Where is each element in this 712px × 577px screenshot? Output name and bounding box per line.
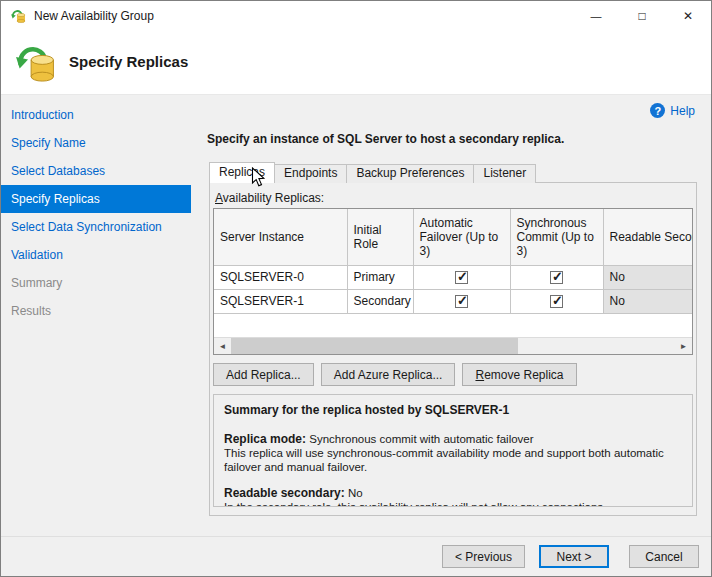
tab-listener[interactable]: Listener — [473, 164, 536, 183]
scroll-left-arrow-icon[interactable]: ◄ — [214, 338, 231, 354]
previous-button[interactable]: < Previous — [442, 545, 525, 568]
scroll-right-arrow-icon[interactable]: ► — [675, 338, 692, 354]
col-server-instance: Server Instance — [214, 209, 347, 265]
remove-replica-button[interactable]: Remove Replica — [462, 363, 576, 386]
horizontal-scrollbar[interactable]: ◄ ► — [214, 337, 692, 354]
col-readable-secondary: Readable Secondary — [603, 209, 693, 265]
automatic-failover-checkbox[interactable] — [455, 295, 468, 308]
app-database-icon — [10, 8, 26, 24]
cell-server-instance[interactable]: SQLSERVER-1 — [214, 289, 347, 313]
replica-mode-value: Synchronous commit with automatic failov… — [309, 433, 533, 445]
sidebar-item-summary: Summary — [1, 269, 191, 297]
replica-row-sqlserver-0: SQLSERVER-0 Primary No — [214, 265, 693, 289]
cell-synchronous-commit — [510, 265, 603, 289]
readable-secondary-label: Readable secondary: — [224, 486, 345, 500]
help-link[interactable]: ? Help — [650, 103, 695, 118]
tab-backup-preferences[interactable]: Backup Preferences — [346, 164, 474, 183]
wizard-steps-sidebar: Introduction Specify Name Select Databas… — [1, 95, 191, 536]
replicas-grid: Server Instance Initial Role Automatic F… — [213, 208, 693, 355]
minimize-icon: — — [591, 10, 602, 22]
availability-group-icon — [13, 40, 59, 84]
window-title: New Availability Group — [34, 9, 154, 23]
replica-summary-panel: Summary for the replica hosted by SQLSER… — [213, 394, 693, 507]
new-availability-group-window: New Availability Group — □ ✕ Specify Rep… — [0, 0, 712, 577]
maximize-icon: □ — [638, 9, 645, 23]
main-panel: ? Help Specify an instance of SQL Server… — [191, 95, 711, 536]
scrollbar-thumb[interactable] — [231, 338, 518, 354]
add-replica-button[interactable]: Add Replica... — [213, 363, 314, 386]
sidebar-item-results: Results — [1, 297, 191, 325]
sidebar-item-validation[interactable]: Validation — [1, 241, 191, 269]
cell-server-instance[interactable]: SQLSERVER-0 — [214, 265, 347, 289]
synchronous-commit-checkbox[interactable] — [550, 295, 563, 308]
page-title: Specify Replicas — [69, 53, 188, 70]
replica-row-sqlserver-1: SQLSERVER-1 Secondary No — [214, 289, 693, 313]
sidebar-item-select-data-sync[interactable]: Select Data Synchronization — [1, 213, 191, 241]
synchronous-commit-checkbox[interactable] — [550, 271, 563, 284]
help-label: Help — [670, 104, 695, 118]
tab-endpoints[interactable]: Endpoints — [274, 164, 347, 183]
grid-header-row: Server Instance Initial Role Automatic F… — [214, 209, 693, 265]
cell-readable-secondary[interactable]: No — [603, 265, 693, 289]
col-automatic-failover: Automatic Failover (Up to 3) — [413, 209, 510, 265]
instruction-text: Specify an instance of SQL Server to hos… — [207, 132, 564, 146]
replica-mode-description: This replica will use synchronous-commit… — [224, 446, 682, 474]
cell-automatic-failover — [413, 289, 510, 313]
next-button[interactable]: Next > — [539, 545, 609, 568]
cell-automatic-failover — [413, 265, 510, 289]
replica-tabs: Replicas Endpoints Backup Preferences Li… — [209, 162, 535, 183]
replicas-tab-page: Availability Replicas: Server Instance I… — [209, 182, 697, 516]
cell-synchronous-commit — [510, 289, 603, 313]
cell-initial-role[interactable]: Primary — [347, 265, 413, 289]
close-button[interactable]: ✕ — [665, 1, 711, 31]
wizard-header: Specify Replicas — [1, 31, 711, 95]
sidebar-item-specify-replicas[interactable]: Specify Replicas — [1, 185, 191, 213]
replica-actions: Add Replica... Add Azure Replica... Remo… — [213, 363, 577, 386]
col-initial-role: Initial Role — [347, 209, 413, 265]
readable-secondary-description: In the secondary role, this availability… — [224, 500, 682, 507]
replica-mode-label: Replica mode: — [224, 432, 306, 446]
readable-secondary-value: No — [348, 487, 363, 499]
close-icon: ✕ — [683, 9, 693, 23]
help-icon: ? — [650, 103, 665, 118]
availability-replicas-label: Availability Replicas: — [215, 191, 324, 205]
wizard-footer: < Previous Next > Cancel — [1, 536, 711, 576]
summary-title: Summary for the replica hosted by SQLSER… — [224, 403, 682, 417]
minimize-button[interactable]: — — [573, 1, 619, 31]
add-azure-replica-button[interactable]: Add Azure Replica... — [321, 363, 456, 386]
window-controls: — □ ✕ — [573, 1, 711, 31]
automatic-failover-checkbox[interactable] — [455, 271, 468, 284]
sidebar-item-introduction[interactable]: Introduction — [1, 101, 191, 129]
cancel-button[interactable]: Cancel — [629, 545, 699, 568]
cell-initial-role[interactable]: Secondary — [347, 289, 413, 313]
sidebar-item-select-databases[interactable]: Select Databases — [1, 157, 191, 185]
tab-replicas[interactable]: Replicas — [209, 162, 275, 183]
maximize-button[interactable]: □ — [619, 1, 665, 31]
col-synchronous-commit: Synchronous Commit (Up to 3) — [510, 209, 603, 265]
sidebar-item-specify-name[interactable]: Specify Name — [1, 129, 191, 157]
titlebar: New Availability Group — □ ✕ — [1, 1, 711, 31]
cell-readable-secondary[interactable]: No — [603, 289, 693, 313]
